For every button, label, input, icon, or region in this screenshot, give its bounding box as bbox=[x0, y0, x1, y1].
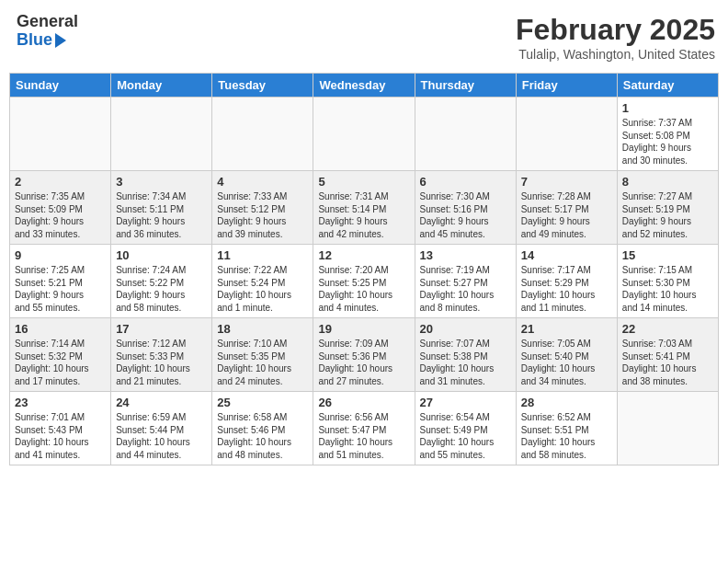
day-info: Sunrise: 7:35 AM Sunset: 5:09 PM Dayligh… bbox=[15, 190, 106, 240]
location-title: Tulalip, Washington, United States bbox=[516, 47, 715, 62]
day-info: Sunrise: 7:14 AM Sunset: 5:32 PM Dayligh… bbox=[15, 338, 106, 387]
calendar-week-row: 9Sunrise: 7:25 AM Sunset: 5:21 PM Daylig… bbox=[10, 245, 719, 318]
calendar-week-row: 2Sunrise: 7:35 AM Sunset: 5:09 PM Daylig… bbox=[10, 171, 719, 245]
calendar-day-cell: 15Sunrise: 7:15 AM Sunset: 5:30 PM Dayli… bbox=[617, 245, 718, 318]
calendar-week-row: 16Sunrise: 7:14 AM Sunset: 5:32 PM Dayli… bbox=[10, 318, 719, 392]
day-number: 13 bbox=[420, 248, 511, 262]
calendar-day-cell: 27Sunrise: 6:54 AM Sunset: 5:49 PM Dayli… bbox=[415, 392, 516, 465]
calendar-day-cell: 20Sunrise: 7:07 AM Sunset: 5:38 PM Dayli… bbox=[415, 318, 516, 392]
day-info: Sunrise: 7:15 AM Sunset: 5:30 PM Dayligh… bbox=[622, 264, 713, 314]
day-info: Sunrise: 7:33 AM Sunset: 5:12 PM Dayligh… bbox=[217, 190, 308, 240]
day-info: Sunrise: 7:10 AM Sunset: 5:35 PM Dayligh… bbox=[217, 338, 308, 387]
day-number: 4 bbox=[217, 175, 308, 189]
calendar-header-tuesday: Tuesday bbox=[212, 74, 313, 98]
day-info: Sunrise: 7:19 AM Sunset: 5:27 PM Dayligh… bbox=[420, 264, 511, 314]
logo-arrow-icon bbox=[55, 33, 66, 48]
day-number: 9 bbox=[15, 248, 106, 262]
day-info: Sunrise: 6:59 AM Sunset: 5:44 PM Dayligh… bbox=[116, 411, 207, 461]
calendar-day-cell bbox=[10, 98, 111, 171]
day-number: 5 bbox=[318, 175, 409, 189]
calendar-day-cell: 2Sunrise: 7:35 AM Sunset: 5:09 PM Daylig… bbox=[10, 171, 111, 245]
day-info: Sunrise: 7:24 AM Sunset: 5:22 PM Dayligh… bbox=[116, 264, 207, 314]
logo-line2: Blue bbox=[17, 31, 52, 50]
day-number: 17 bbox=[116, 322, 207, 336]
calendar-day-cell: 11Sunrise: 7:22 AM Sunset: 5:24 PM Dayli… bbox=[212, 245, 313, 318]
day-info: Sunrise: 7:31 AM Sunset: 5:14 PM Dayligh… bbox=[318, 190, 409, 240]
day-number: 15 bbox=[622, 248, 713, 262]
calendar-header-sunday: Sunday bbox=[10, 74, 111, 98]
day-info: Sunrise: 7:20 AM Sunset: 5:25 PM Dayligh… bbox=[318, 264, 409, 314]
calendar-day-cell: 9Sunrise: 7:25 AM Sunset: 5:21 PM Daylig… bbox=[10, 245, 111, 318]
header: General Blue February 2025 Tulalip, Wash… bbox=[9, 9, 719, 65]
calendar-day-cell: 28Sunrise: 6:52 AM Sunset: 5:51 PM Dayli… bbox=[516, 392, 617, 465]
day-number: 22 bbox=[622, 322, 713, 336]
calendar-day-cell bbox=[516, 98, 617, 171]
day-number: 16 bbox=[15, 322, 106, 336]
calendar-day-cell: 19Sunrise: 7:09 AM Sunset: 5:36 PM Dayli… bbox=[313, 318, 415, 392]
day-number: 12 bbox=[318, 248, 409, 262]
calendar-day-cell: 25Sunrise: 6:58 AM Sunset: 5:46 PM Dayli… bbox=[212, 392, 313, 465]
day-info: Sunrise: 6:52 AM Sunset: 5:51 PM Dayligh… bbox=[521, 411, 612, 461]
logo: General Blue bbox=[17, 13, 78, 50]
calendar-day-cell bbox=[617, 392, 718, 465]
calendar-day-cell: 8Sunrise: 7:27 AM Sunset: 5:19 PM Daylig… bbox=[617, 171, 718, 245]
calendar-day-cell: 13Sunrise: 7:19 AM Sunset: 5:27 PM Dayli… bbox=[415, 245, 516, 318]
day-number: 23 bbox=[15, 396, 106, 409]
day-number: 18 bbox=[217, 322, 308, 336]
day-info: Sunrise: 7:12 AM Sunset: 5:33 PM Dayligh… bbox=[116, 338, 207, 387]
calendar-day-cell: 6Sunrise: 7:30 AM Sunset: 5:16 PM Daylig… bbox=[415, 171, 516, 245]
calendar-week-row: 1Sunrise: 7:37 AM Sunset: 5:08 PM Daylig… bbox=[10, 98, 719, 171]
day-number: 28 bbox=[521, 396, 612, 409]
day-info: Sunrise: 7:09 AM Sunset: 5:36 PM Dayligh… bbox=[318, 338, 409, 387]
calendar-day-cell: 5Sunrise: 7:31 AM Sunset: 5:14 PM Daylig… bbox=[313, 171, 415, 245]
day-info: Sunrise: 6:56 AM Sunset: 5:47 PM Dayligh… bbox=[318, 411, 409, 461]
calendar-day-cell: 23Sunrise: 7:01 AM Sunset: 5:43 PM Dayli… bbox=[10, 392, 111, 465]
day-number: 3 bbox=[116, 175, 207, 189]
day-number: 19 bbox=[318, 322, 409, 336]
day-info: Sunrise: 7:17 AM Sunset: 5:29 PM Dayligh… bbox=[521, 264, 612, 314]
calendar-day-cell: 16Sunrise: 7:14 AM Sunset: 5:32 PM Dayli… bbox=[10, 318, 111, 392]
calendar-header-friday: Friday bbox=[516, 74, 617, 98]
calendar-day-cell: 18Sunrise: 7:10 AM Sunset: 5:35 PM Dayli… bbox=[212, 318, 313, 392]
day-info: Sunrise: 7:37 AM Sunset: 5:08 PM Dayligh… bbox=[622, 117, 713, 167]
title-section: February 2025 Tulalip, Washington, Unite… bbox=[516, 13, 715, 62]
calendar-day-cell: 17Sunrise: 7:12 AM Sunset: 5:33 PM Dayli… bbox=[111, 318, 212, 392]
day-info: Sunrise: 7:01 AM Sunset: 5:43 PM Dayligh… bbox=[15, 411, 106, 461]
day-info: Sunrise: 7:22 AM Sunset: 5:24 PM Dayligh… bbox=[217, 264, 308, 314]
day-info: Sunrise: 7:07 AM Sunset: 5:38 PM Dayligh… bbox=[420, 338, 511, 387]
calendar-header-thursday: Thursday bbox=[415, 74, 516, 98]
calendar-day-cell: 3Sunrise: 7:34 AM Sunset: 5:11 PM Daylig… bbox=[111, 171, 212, 245]
day-number: 7 bbox=[521, 175, 612, 189]
logo-line1: General bbox=[17, 12, 78, 30]
day-number: 10 bbox=[116, 248, 207, 262]
calendar-day-cell: 10Sunrise: 7:24 AM Sunset: 5:22 PM Dayli… bbox=[111, 245, 212, 318]
day-info: Sunrise: 6:54 AM Sunset: 5:49 PM Dayligh… bbox=[420, 411, 511, 461]
calendar-header-monday: Monday bbox=[111, 74, 212, 98]
calendar-header-row: SundayMondayTuesdayWednesdayThursdayFrid… bbox=[10, 74, 719, 98]
day-info: Sunrise: 7:30 AM Sunset: 5:16 PM Dayligh… bbox=[420, 190, 511, 240]
calendar-header-wednesday: Wednesday bbox=[313, 74, 415, 98]
calendar-day-cell bbox=[212, 98, 313, 171]
calendar-day-cell bbox=[111, 98, 212, 171]
day-number: 1 bbox=[622, 101, 713, 115]
calendar-day-cell: 7Sunrise: 7:28 AM Sunset: 5:17 PM Daylig… bbox=[516, 171, 617, 245]
day-info: Sunrise: 7:34 AM Sunset: 5:11 PM Dayligh… bbox=[116, 190, 207, 240]
day-number: 14 bbox=[521, 248, 612, 262]
day-number: 11 bbox=[217, 248, 308, 262]
day-number: 25 bbox=[217, 396, 308, 409]
calendar-day-cell: 26Sunrise: 6:56 AM Sunset: 5:47 PM Dayli… bbox=[313, 392, 415, 465]
day-number: 20 bbox=[420, 322, 511, 336]
day-number: 8 bbox=[622, 175, 713, 189]
day-number: 24 bbox=[116, 396, 207, 409]
day-info: Sunrise: 7:05 AM Sunset: 5:40 PM Dayligh… bbox=[521, 338, 612, 387]
calendar-day-cell: 14Sunrise: 7:17 AM Sunset: 5:29 PM Dayli… bbox=[516, 245, 617, 318]
day-info: Sunrise: 7:28 AM Sunset: 5:17 PM Dayligh… bbox=[521, 190, 612, 240]
calendar-day-cell: 12Sunrise: 7:20 AM Sunset: 5:25 PM Dayli… bbox=[313, 245, 415, 318]
calendar-day-cell: 1Sunrise: 7:37 AM Sunset: 5:08 PM Daylig… bbox=[617, 98, 718, 171]
day-info: Sunrise: 6:58 AM Sunset: 5:46 PM Dayligh… bbox=[217, 411, 308, 461]
day-info: Sunrise: 7:03 AM Sunset: 5:41 PM Dayligh… bbox=[622, 338, 713, 387]
day-info: Sunrise: 7:25 AM Sunset: 5:21 PM Dayligh… bbox=[15, 264, 106, 314]
day-number: 6 bbox=[420, 175, 511, 189]
calendar-day-cell: 24Sunrise: 6:59 AM Sunset: 5:44 PM Dayli… bbox=[111, 392, 212, 465]
calendar: SundayMondayTuesdayWednesdayThursdayFrid… bbox=[9, 73, 719, 465]
